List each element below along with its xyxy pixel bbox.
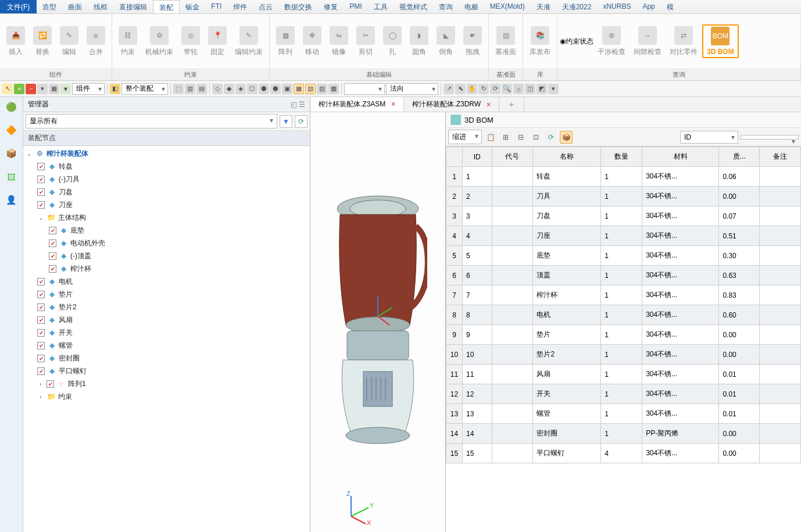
tree-root[interactable]: ⌄⚙榨汁杯装配体 (23, 147, 310, 160)
tb3-icon[interactable]: ⬚ (173, 84, 184, 94)
col-code[interactable]: 代号 (492, 147, 533, 167)
direction-combo[interactable]: 法向 (386, 83, 438, 95)
col-material[interactable]: 材料 (642, 147, 719, 167)
btn-fix[interactable]: 📍固定 (205, 25, 230, 58)
tree-item[interactable]: ✔◆电动机外壳 (23, 237, 310, 249)
display-filter-combo[interactable]: 显示所有 (26, 114, 277, 128)
bom-tb4-icon[interactable]: ⊡ (530, 131, 542, 144)
btn-edit[interactable]: ✎编辑 (56, 25, 82, 58)
menu-more[interactable]: 模 (661, 0, 680, 13)
tb5-icon[interactable]: ▤ (196, 84, 207, 94)
checkbox-icon[interactable]: ✔ (37, 316, 45, 324)
bom-tb2-icon[interactable]: ⊞ (499, 131, 512, 144)
bom-mode-combo[interactable]: 缩进 (448, 130, 482, 144)
tab-asm[interactable]: 榨汁杯装配体.Z3ASM× (310, 97, 404, 112)
table-row[interactable]: 11 11 风扇 1 304不锈... 0.01 (446, 365, 801, 384)
tab-drw[interactable]: 榨汁杯装配体.Z3DRW× (404, 97, 499, 112)
menu-tz2022[interactable]: 天准2022 (556, 0, 598, 13)
checkbox-icon[interactable]: ✔ (37, 329, 45, 337)
col-qty[interactable]: 数量 (601, 147, 642, 167)
bom-tb6-icon[interactable]: 📦 (560, 131, 573, 144)
checkbox-icon[interactable]: ✔ (37, 342, 45, 349)
menu-pointcloud[interactable]: 点云 (253, 0, 278, 13)
table-row[interactable]: 9 9 垫片 1 304不锈... 0.00 (446, 325, 801, 345)
tb-cursor2-icon[interactable]: ⬉ (455, 84, 466, 94)
filter-icon[interactable]: ▦ (49, 84, 59, 94)
btn-lib[interactable]: 📚库发布 (526, 25, 554, 58)
tree-item[interactable]: ✔◆平口螺钉 (23, 365, 310, 377)
table-row[interactable]: 4 4 刀座 1 304不锈... 0.51 (446, 226, 801, 246)
btn-pattern[interactable]: ▦阵列 (273, 25, 298, 58)
tree-item[interactable]: ✔◆垫片2 (23, 301, 310, 313)
tree-item[interactable]: ✔◆垫片 (23, 288, 310, 301)
btn-interference[interactable]: ⊗干涉检查 (594, 25, 629, 58)
tree-item[interactable]: ✔◆电机 (23, 275, 310, 288)
tree-item[interactable]: ✔◆开关 (23, 326, 310, 339)
menu-app[interactable]: App (636, 0, 660, 13)
btn-pulley[interactable]: ◎带轮 (178, 25, 203, 58)
checkbox-icon[interactable]: ✔ (49, 240, 56, 247)
checkbox-icon[interactable]: ✔ (37, 355, 45, 362)
btn-mech-constraint[interactable]: ⚙机械约束 (142, 25, 177, 58)
checkbox-icon[interactable]: ✔ (49, 252, 56, 260)
add-icon[interactable]: ＋ (14, 84, 24, 94)
checkbox-icon[interactable]: ✔ (37, 278, 45, 285)
menu-directedit[interactable]: 直接编辑 (113, 0, 153, 13)
tree-item[interactable]: ✔◆刀座 (23, 198, 310, 211)
tb9-icon[interactable]: ⬡ (247, 84, 258, 94)
tb6-icon[interactable]: ◇ (212, 84, 223, 94)
tb15-icon[interactable]: ▨ (317, 84, 327, 94)
bom-tb3-icon[interactable]: ⊟ (514, 131, 527, 144)
checkbox-icon[interactable]: ✔ (37, 188, 45, 196)
btn-hole[interactable]: ◯孔 (380, 25, 405, 58)
menu-query[interactable]: 查询 (433, 0, 459, 13)
table-row[interactable]: 6 6 顶盖 1 304不锈... 0.63 (446, 266, 801, 285)
menu-pmi[interactable]: PMI (344, 0, 367, 13)
col-mass[interactable]: 质... (719, 147, 760, 167)
table-row[interactable]: 7 7 榨汁杯 1 304不锈... 0.83 (446, 285, 801, 305)
table-row[interactable]: 2 2 刀具 1 304不锈... 0.00 (446, 187, 801, 206)
close-icon[interactable]: × (391, 100, 395, 108)
3d-viewport[interactable]: Z Y X (310, 112, 445, 532)
btn-merge[interactable]: ⧈合并 (83, 25, 109, 58)
menu-repair[interactable]: 修复 (318, 0, 344, 13)
table-row[interactable]: 5 5 底垫 1 304不锈... 0.30 (446, 246, 801, 266)
tree-item[interactable]: ✔◆(-)刀具 (23, 173, 310, 185)
tree-item[interactable]: ✔◆转盘 (23, 160, 310, 173)
close-icon[interactable]: × (487, 101, 491, 109)
cursor-icon[interactable]: ↖ (2, 84, 13, 94)
tb-rotate-icon[interactable]: ↻ (478, 84, 489, 94)
tb12-icon[interactable]: ▣ (282, 84, 292, 94)
table-row[interactable]: 1 1 转盘 1 304不锈... 0.06 (446, 167, 801, 187)
expand-icon[interactable]: ◰ ☰ (291, 101, 305, 109)
tb-home-icon[interactable]: ⌂ (513, 84, 524, 94)
menu-fti[interactable]: FTI (205, 0, 227, 13)
tree-item[interactable]: ✔◆螺管 (23, 339, 310, 352)
tb-cube2-icon[interactable]: ◫ (525, 84, 535, 94)
tree-item[interactable]: ✔◆(-)顶盖 (23, 249, 310, 262)
table-row[interactable]: 12 12 开关 1 304不锈... 0.01 (446, 384, 801, 404)
menu-electrode[interactable]: 电极 (459, 0, 484, 13)
btn-chamfer[interactable]: ◣倒角 (433, 25, 459, 58)
remove-icon[interactable]: － (26, 84, 36, 94)
tb10-icon[interactable]: ⬢ (259, 84, 269, 94)
menu-tools[interactable]: 工具 (368, 0, 394, 13)
refresh-button[interactable]: ⟳ (295, 115, 307, 128)
filter2-icon[interactable]: ▼ (60, 84, 71, 94)
btn-drag[interactable]: ☛拖拽 (460, 25, 485, 58)
table-row[interactable]: 15 15 平口螺钉 4 304不锈... 0.00 (446, 444, 801, 463)
menu-assembly[interactable]: 装配 (153, 0, 180, 13)
menu-mex[interactable]: MEX(Mold) (484, 0, 531, 13)
menu-xnurbs[interactable]: xNURBS (597, 0, 636, 13)
tb-cube3-icon[interactable]: ◩ (537, 84, 547, 94)
tree-constraints[interactable]: ›📁约束 (23, 390, 310, 403)
filter-button[interactable]: ▼ (280, 115, 292, 128)
bom-id-combo[interactable]: ID (680, 131, 738, 144)
cube-icon[interactable]: ◧ (110, 84, 120, 94)
btn-constraint[interactable]: ⛓约束 (115, 25, 141, 58)
checkbox-icon[interactable]: ✔ (37, 304, 45, 311)
rail-tree-icon[interactable]: 🟢 (4, 99, 19, 115)
bom-tb1-icon[interactable]: 📋 (484, 131, 497, 144)
btn-compare[interactable]: ⇄对比零件 (666, 25, 701, 58)
menu-file[interactable]: 文件(F) (0, 0, 37, 13)
